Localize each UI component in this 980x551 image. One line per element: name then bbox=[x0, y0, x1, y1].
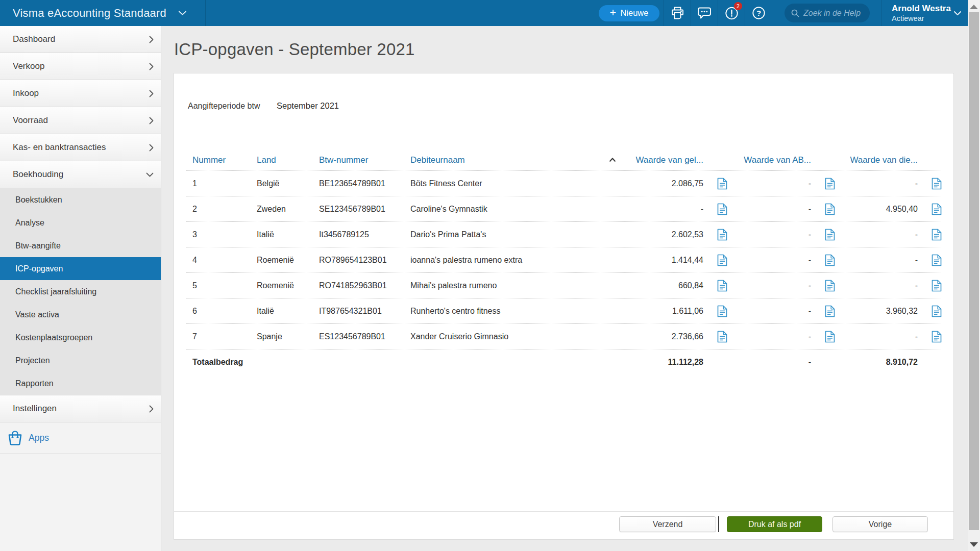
period-row: Aangifteperiode btw September 2021 bbox=[188, 101, 339, 111]
document-icon[interactable] bbox=[932, 331, 942, 343]
text-cursor bbox=[718, 516, 719, 532]
document-icon[interactable] bbox=[717, 178, 727, 190]
document-icon[interactable] bbox=[717, 229, 727, 241]
sidebar-subitem-vaste-activa[interactable]: Vaste activa bbox=[0, 303, 161, 326]
chevron-down-icon bbox=[178, 10, 187, 16]
help-button[interactable]: ? bbox=[745, 0, 772, 26]
chat-icon bbox=[697, 6, 712, 20]
document-icon[interactable] bbox=[825, 178, 835, 190]
column-header-waarde-diensten[interactable]: Waarde van die... bbox=[835, 154, 942, 166]
new-button[interactable]: + Nieuwe bbox=[599, 5, 659, 21]
document-icon[interactable] bbox=[932, 178, 942, 190]
sidebar-subitem-projecten[interactable]: Projecten bbox=[0, 349, 161, 372]
vorige-button[interactable]: Vorige bbox=[832, 516, 928, 532]
table-row[interactable]: 2 Zweden SE123456789B01 Caroline's Gymna… bbox=[186, 196, 941, 222]
column-header-waarde-geleverde-goederen[interactable]: Waarde van gel... bbox=[620, 154, 727, 166]
sidebar-item-voorraad[interactable]: Voorraad bbox=[0, 107, 161, 134]
total-waarde-abc-leveringen: - bbox=[727, 356, 835, 368]
total-waarde-geleverde-goederen: 11.112,28 bbox=[620, 356, 727, 368]
sidebar-item-inkoop[interactable]: Inkoop bbox=[0, 80, 161, 107]
document-icon[interactable] bbox=[932, 280, 942, 292]
sidebar-subitem-kostenplaatsgroepen[interactable]: Kostenplaatsgroepen bbox=[0, 326, 161, 349]
druk-af-als-pdf-button[interactable]: Druk af als pdf bbox=[727, 516, 822, 532]
document-icon[interactable] bbox=[825, 280, 835, 292]
column-header-debiteurnaam[interactable]: Debiteurnaam bbox=[410, 155, 620, 165]
chevron-right-icon bbox=[149, 117, 154, 124]
table-row[interactable]: 1 België BE123654789B01 Böts Fitness Cen… bbox=[186, 171, 941, 196]
printer-icon bbox=[670, 6, 685, 20]
sidebar-subitem-analyse[interactable]: Analyse bbox=[0, 211, 161, 234]
document-icon[interactable] bbox=[932, 305, 942, 317]
total-waarde-diensten: 8.910,72 bbox=[835, 356, 942, 368]
document-icon[interactable] bbox=[717, 331, 727, 343]
chevron-right-icon bbox=[149, 144, 154, 152]
topbar-actions: + Nieuwe bbox=[599, 0, 968, 26]
sidebar-subitem-icp-opgaven[interactable]: ICP-opgaven bbox=[0, 257, 161, 280]
chevron-down-icon bbox=[953, 11, 962, 16]
column-header-waarde-abc-leveringen[interactable]: Waarde van AB... bbox=[727, 154, 835, 166]
column-header-land[interactable]: Land bbox=[257, 155, 319, 165]
document-icon[interactable] bbox=[932, 254, 942, 266]
search-icon bbox=[791, 9, 799, 17]
document-icon[interactable] bbox=[932, 203, 942, 215]
icp-card: Aangifteperiode btw September 2021 Numme… bbox=[174, 73, 954, 540]
document-icon[interactable] bbox=[825, 254, 835, 266]
chevron-right-icon bbox=[149, 405, 154, 413]
sidebar-top-items: Dashboard Verkoop Inkoop Voorraad Kas- e… bbox=[0, 26, 161, 188]
document-icon[interactable] bbox=[825, 331, 835, 343]
sidebar: Dashboard Verkoop Inkoop Voorraad Kas- e… bbox=[0, 26, 161, 551]
document-icon[interactable] bbox=[717, 305, 727, 317]
chevron-right-icon bbox=[149, 63, 154, 70]
column-header-nummer[interactable]: Nummer bbox=[192, 155, 257, 165]
user-company: Actiewear bbox=[892, 14, 953, 23]
notifications-button[interactable]: 2 bbox=[718, 0, 745, 26]
scroll-up-arrow[interactable] bbox=[970, 5, 978, 9]
verzend-button[interactable]: Verzend bbox=[619, 516, 716, 532]
sidebar-item-verkoop[interactable]: Verkoop bbox=[0, 53, 161, 80]
sidebar-subitem-btw-aangifte[interactable]: Btw-aangifte bbox=[0, 234, 161, 257]
table-row[interactable]: 7 Spanje ES123456789B01 Xander Cruiserio… bbox=[186, 324, 941, 349]
print-button[interactable] bbox=[664, 0, 691, 26]
document-icon[interactable] bbox=[825, 203, 835, 215]
document-icon[interactable] bbox=[932, 229, 942, 241]
sidebar-item-instellingen[interactable]: Instellingen bbox=[0, 395, 161, 422]
sidebar-item-dashboard[interactable]: Dashboard bbox=[0, 26, 161, 53]
search-input[interactable] bbox=[803, 9, 865, 18]
table-total-row: Totaalbedrag 11.112,28 - 8.910,72 bbox=[186, 349, 941, 375]
sidebar-item-kas-en-banktransacties[interactable]: Kas- en banktransacties bbox=[0, 134, 161, 161]
scroll-down-arrow[interactable] bbox=[970, 542, 978, 547]
period-value: September 2021 bbox=[277, 101, 339, 111]
help-icon: ? bbox=[751, 6, 766, 20]
period-label: Aangifteperiode btw bbox=[188, 102, 277, 111]
sidebar-subitem-checklist-jaarafsluiting[interactable]: Checklist jaarafsluiting bbox=[0, 280, 161, 303]
icp-table: Nummer Land Btw-nummer Debiteurnaam Waar… bbox=[186, 149, 941, 375]
user-name: Arnold Westra bbox=[892, 3, 953, 14]
sidebar-subitem-boekstukken[interactable]: Boekstukken bbox=[0, 188, 161, 211]
chat-button[interactable] bbox=[691, 0, 718, 26]
sidebar-subitem-rapporten[interactable]: Rapporten bbox=[0, 372, 161, 395]
sidebar-item-apps[interactable]: Apps bbox=[0, 422, 161, 454]
document-icon[interactable] bbox=[717, 203, 727, 215]
document-icon[interactable] bbox=[825, 229, 835, 241]
document-icon[interactable] bbox=[825, 305, 835, 317]
table-row[interactable]: 6 Italië IT987654321B01 Runherto's centr… bbox=[186, 298, 941, 324]
user-menu[interactable]: Arnold Westra Actiewear bbox=[881, 0, 968, 26]
table-row[interactable]: 4 Roemenië RO789654123B01 ioanna's pales… bbox=[186, 247, 941, 273]
document-icon[interactable] bbox=[717, 254, 727, 266]
scrollbar-thumb[interactable] bbox=[969, 12, 979, 530]
table-row[interactable]: 3 Italië It3456789125 Dario's Prima Patt… bbox=[186, 222, 941, 247]
app-title: Visma eAccounting Standaard bbox=[13, 7, 166, 20]
chevron-down-icon bbox=[146, 172, 154, 177]
svg-text:?: ? bbox=[756, 9, 761, 17]
sidebar-item-boekhouding[interactable]: Boekhouding bbox=[0, 161, 161, 188]
document-icon[interactable] bbox=[717, 280, 727, 292]
help-search bbox=[785, 4, 870, 22]
main-content: ICP-opgaven - September 2021 Aangifteper… bbox=[161, 26, 968, 551]
column-header-btw-nummer[interactable]: Btw-nummer bbox=[319, 155, 410, 165]
sidebar-submenu: BoekstukkenAnalyseBtw-aangifteICP-opgave… bbox=[0, 188, 161, 395]
table-body: 1 België BE123654789B01 Böts Fitness Cen… bbox=[186, 171, 941, 349]
app-switcher[interactable]: Visma eAccounting Standaard bbox=[0, 0, 206, 26]
user-info: Arnold Westra Actiewear bbox=[892, 3, 953, 23]
vertical-scrollbar[interactable] bbox=[968, 0, 980, 551]
table-row[interactable]: 5 Roemenië RO741852963B01 Mihai's palest… bbox=[186, 273, 941, 298]
